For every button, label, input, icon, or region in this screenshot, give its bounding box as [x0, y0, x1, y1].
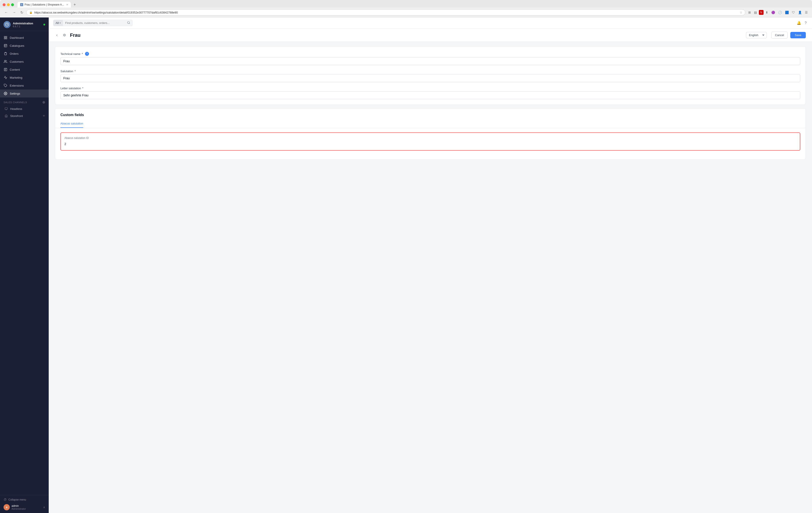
shield-icon[interactable]: 🛡	[791, 10, 796, 15]
active-tab[interactable]: S Frau | Salutations | Shopware A... ✕	[18, 2, 71, 7]
download-icon[interactable]: ⬇	[764, 10, 769, 15]
menu-icon[interactable]: ☰	[804, 10, 809, 15]
new-tab-btn[interactable]: +	[72, 2, 77, 7]
sidebar-item-label: Settings	[10, 92, 20, 95]
url-input[interactable]	[34, 11, 738, 14]
save-btn[interactable]: Save	[790, 32, 806, 38]
technical-name-help-icon[interactable]: ?	[85, 52, 89, 56]
technical-name-input[interactable]	[60, 57, 800, 65]
search-input[interactable]	[63, 20, 125, 26]
clock-icon[interactable]: 🕐	[777, 10, 783, 15]
required-indicator: *	[75, 70, 76, 73]
content-icon	[4, 68, 7, 72]
back-nav-btn[interactable]: ←	[3, 10, 9, 15]
sidebar-item-orders[interactable]: Orders	[0, 50, 49, 58]
sidebar-user-info: admin Administrator	[11, 504, 41, 510]
tab-favicon: S	[20, 3, 23, 6]
search-submit-btn[interactable]	[125, 21, 133, 25]
storefront-visibility-icon[interactable]: 👁	[43, 114, 45, 117]
svg-rect-5	[4, 44, 7, 47]
add-sales-channel-btn[interactable]: ⊕	[42, 100, 45, 104]
letter-salutation-label: Letter salutation *	[60, 87, 800, 90]
close-window-btn[interactable]	[3, 3, 5, 6]
addon-1-icon[interactable]: 🟣	[770, 10, 776, 15]
svg-rect-1	[4, 36, 5, 37]
bookmark-icon[interactable]: ☆	[740, 11, 743, 14]
user-avatar: a	[4, 504, 10, 510]
sidebar-item-label: Dashboard	[10, 36, 24, 39]
sidebar-item-label: Customers	[10, 60, 24, 63]
sidebar-item-label: Orders	[10, 52, 19, 55]
abacus-field-input[interactable]	[64, 141, 796, 146]
sidebar-item-marketing[interactable]: Marketing	[0, 74, 49, 82]
profile-icon[interactable]: 👤	[797, 10, 803, 15]
reader-view-icon[interactable]: ▤	[753, 10, 758, 15]
extensions-icon[interactable]: ⊞	[747, 10, 752, 15]
sidebar-sub-item-label: Headless	[10, 107, 22, 110]
cancel-btn[interactable]: Cancel	[771, 32, 788, 38]
marketing-icon	[4, 76, 7, 80]
sidebar-item-customers[interactable]: Customers	[0, 58, 49, 65]
sidebar-item-catalogues[interactable]: Catalogues	[0, 42, 49, 50]
collapse-label: Collapse menu	[8, 498, 26, 501]
sidebar-footer: ⏱ Collapse menu a admin Administrator ∧	[0, 495, 49, 513]
required-indicator: *	[82, 87, 83, 90]
forward-nav-btn[interactable]: →	[11, 10, 17, 15]
search-dropdown[interactable]: All ▾	[53, 20, 133, 26]
sales-channels-section-title: Sales Channels ⊕	[0, 98, 49, 105]
svg-point-10	[5, 93, 6, 94]
lock-icon: 🔒	[29, 11, 33, 14]
orders-icon	[4, 52, 7, 56]
sidebar-item-extensions[interactable]: Extensions	[0, 82, 49, 89]
sidebar-item-label: Catalogues	[10, 44, 24, 47]
letter-salutation-group: Letter salutation *	[60, 87, 800, 99]
sidebar-item-settings[interactable]: Settings	[0, 89, 49, 98]
addon-2-icon[interactable]: 🟦	[784, 10, 790, 15]
sidebar-item-headless[interactable]: Headless	[0, 105, 49, 112]
extensions-nav-icon	[4, 83, 7, 87]
catalogues-icon	[4, 44, 7, 48]
refresh-nav-btn[interactable]: ↻	[19, 10, 25, 15]
sidebar-item-storefront[interactable]: Storefront 👁	[0, 112, 49, 119]
browser-nav: ← → ↻ 🔒 ☆ ⊞ ▤ N ⬇ 🟣 🕐 🟦 🛡 👤 ☰	[0, 7, 812, 18]
n-icon[interactable]: N	[759, 10, 763, 15]
tab-close-btn[interactable]: ✕	[66, 3, 68, 6]
sidebar-item-dashboard[interactable]: Dashboard	[0, 34, 49, 42]
help-btn[interactable]: ?	[804, 20, 808, 26]
topbar: All ▾ 🔔 ?	[49, 18, 812, 29]
technical-name-label: Technical name * ?	[60, 52, 800, 56]
user-role: Administrator	[11, 508, 41, 510]
svg-point-12	[127, 22, 129, 24]
abacus-salutation-id-field: Abacus salutation ID	[60, 132, 800, 151]
svg-rect-6	[5, 52, 6, 53]
svg-rect-11	[5, 108, 7, 109]
headless-icon	[4, 107, 8, 110]
sidebar-item-content[interactable]: Content	[0, 65, 49, 74]
custom-fields-body: Abacus salutation ID	[55, 128, 806, 160]
maximize-window-btn[interactable]	[11, 3, 14, 6]
topbar-right: 🔔 ?	[796, 20, 808, 26]
custom-tab-abacus[interactable]: Abacus salutation	[60, 119, 83, 128]
main-content: ‹ ⚙ Frau English Deutsch Cancel Save	[49, 29, 812, 513]
sidebar-nav: Dashboard Catalogues Orders	[0, 31, 49, 495]
letter-salutation-input[interactable]	[60, 91, 800, 99]
minimize-window-btn[interactable]	[7, 3, 10, 6]
user-menu-toggle[interactable]: ∧	[43, 506, 45, 509]
page-settings-btn[interactable]: ⚙	[62, 32, 67, 38]
form-card-basic: Technical name * ? Salutation *	[55, 46, 806, 105]
customers-icon	[4, 60, 7, 63]
chevron-down-icon: ▾	[60, 22, 61, 24]
salutation-input[interactable]	[60, 74, 800, 82]
search-all-btn[interactable]: All ▾	[53, 20, 63, 26]
language-select[interactable]: English Deutsch	[746, 32, 767, 38]
tab-label: Frau | Salutations | Shopware A...	[25, 3, 64, 6]
technical-name-group: Technical name * ?	[60, 52, 800, 65]
address-bar[interactable]: 🔒 ☆	[26, 9, 745, 16]
collapse-menu-btn[interactable]: ⏱ Collapse menu	[4, 498, 45, 502]
custom-fields-header: Custom fields	[55, 109, 806, 117]
sidebar-item-label: Content	[10, 68, 20, 71]
abacus-field-label: Abacus salutation ID	[64, 136, 796, 139]
back-btn[interactable]: ‹	[55, 32, 59, 38]
notifications-btn[interactable]: 🔔	[796, 20, 802, 26]
sidebar-item-label: Marketing	[10, 76, 22, 79]
